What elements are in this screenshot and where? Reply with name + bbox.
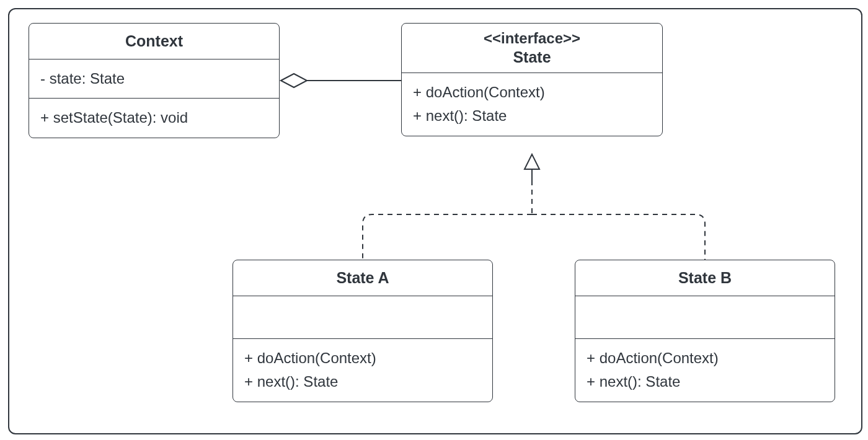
class-title: Context <box>29 24 279 59</box>
interface-state: <<interface>> State + doAction(Context) … <box>401 23 663 136</box>
operation-text: + next(): State <box>244 370 481 394</box>
class-name-text: Context <box>125 32 183 50</box>
operations-compartment: + doAction(Context) + next(): State <box>575 339 835 402</box>
operations-compartment: + doAction(Context) + next(): State <box>233 339 492 402</box>
svg-marker-1 <box>281 74 307 87</box>
stereotype-text: <<interface>> <box>413 30 651 47</box>
operation-text: + setState(State): void <box>40 106 268 130</box>
class-state-a: State A + doAction(Context) + next(): St… <box>232 260 493 402</box>
attributes-compartment: - state: State <box>29 59 279 99</box>
operation-text: + doAction(Context) <box>587 346 823 370</box>
attribute-text: - state: State <box>40 67 268 90</box>
class-context: Context - state: State + setState(State)… <box>29 23 280 138</box>
class-name-text: State B <box>678 269 732 286</box>
operations-compartment: + setState(State): void <box>29 99 279 137</box>
attributes-compartment <box>233 296 492 339</box>
class-state-b: State B + doAction(Context) + next(): St… <box>575 260 835 402</box>
svg-marker-3 <box>525 154 539 169</box>
operation-text: + doAction(Context) <box>413 81 651 104</box>
operation-text: + next(): State <box>413 104 651 128</box>
diagram-frame: Context - state: State + setState(State)… <box>8 8 862 434</box>
operations-compartment: + doAction(Context) + next(): State <box>402 73 662 136</box>
operation-text: + next(): State <box>587 370 823 394</box>
operation-text: + doAction(Context) <box>244 346 481 370</box>
class-name-text: State <box>413 48 651 66</box>
aggregation-connector <box>281 74 401 87</box>
class-name-text: State A <box>336 269 389 286</box>
class-title: <<interface>> State <box>402 24 662 73</box>
class-title: State A <box>233 260 492 296</box>
realization-connectors <box>363 154 705 260</box>
attributes-compartment <box>575 296 835 339</box>
class-title: State B <box>575 260 835 296</box>
